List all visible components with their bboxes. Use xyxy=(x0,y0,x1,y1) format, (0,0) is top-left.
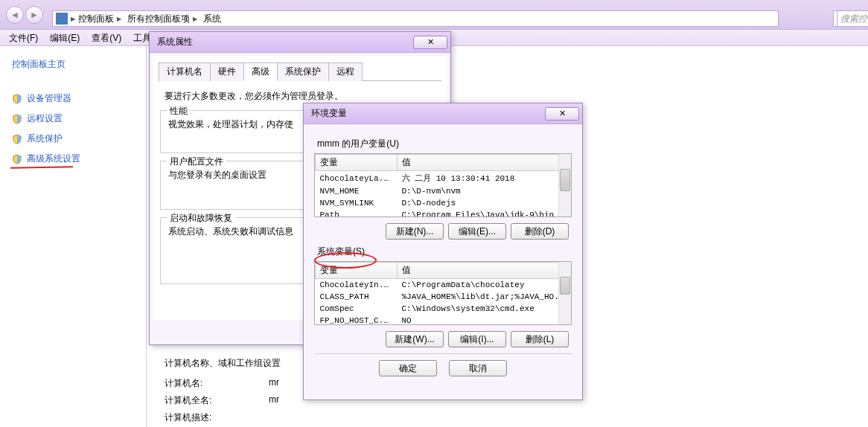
table-row[interactable]: NVM_SYMLINKD:\D-nodejs xyxy=(316,197,571,209)
system-vars-table[interactable]: 变量值 ChocolateyIn...C:\ProgramData\chocol… xyxy=(314,261,572,325)
close-button[interactable]: ✕ xyxy=(413,36,447,49)
explorer-titlebar: ◄ ► ▶ 控制面板▶ 所有控制面板项▶ 系统 ▾ ↻ 搜索控 xyxy=(0,0,868,30)
table-row[interactable]: CLASS_PATH%JAVA_HOME%\lib\dt.jar;%JAVA_H… xyxy=(316,291,571,303)
link-advanced-system-settings[interactable]: 高级系统设置 xyxy=(0,149,146,169)
tabstrip: 计算机名 硬件 高级 系统保护 远程 xyxy=(159,62,441,81)
shield-icon xyxy=(12,114,22,124)
cancel-button[interactable]: 取消 xyxy=(449,360,507,376)
col-variable[interactable]: 变量 xyxy=(316,263,398,279)
table-row[interactable]: ChocolateyLa...六 二月 10 13:30:41 2018 xyxy=(316,171,571,186)
delete-user-var-button[interactable]: 删除(D) xyxy=(511,223,569,240)
delete-system-var-button[interactable]: 删除(L) xyxy=(511,331,569,347)
panel-title[interactable]: 控制面板主页 xyxy=(0,54,146,78)
table-row[interactable]: FP_NO_HOST_C...NO xyxy=(316,315,571,325)
tab-system-protection[interactable]: 系统保护 xyxy=(277,62,329,81)
dialog-title-text: 环境变量 xyxy=(311,107,347,120)
breadcrumb-seg[interactable]: 系统 xyxy=(200,13,224,25)
info-label: 计算机名: xyxy=(165,377,269,390)
system-vars-label: 系统变量(S) xyxy=(317,245,569,258)
info-value: mr xyxy=(269,394,279,407)
col-value[interactable]: 值 xyxy=(398,155,571,171)
info-value: mr xyxy=(269,377,279,390)
tab-remote[interactable]: 远程 xyxy=(328,62,363,81)
ok-button[interactable]: 确定 xyxy=(379,360,437,376)
shield-icon xyxy=(12,94,22,104)
link-device-manager[interactable]: 设备管理器 xyxy=(0,89,146,109)
link-system-protection[interactable]: 系统保护 xyxy=(0,129,146,149)
col-value[interactable]: 值 xyxy=(398,263,571,279)
breadcrumb-seg[interactable]: 控制面板▶ xyxy=(75,13,124,25)
menu-edit[interactable]: 编辑(E) xyxy=(44,30,86,45)
info-label: 计算机全名: xyxy=(165,394,269,407)
menu-view[interactable]: 查看(V) xyxy=(86,30,127,45)
scrollbar[interactable] xyxy=(558,154,571,216)
nav-forward-button[interactable]: ► xyxy=(25,6,43,24)
edit-system-var-button[interactable]: 编辑(I)... xyxy=(448,331,506,347)
shield-icon xyxy=(12,134,22,144)
table-row[interactable]: ChocolateyIn...C:\ProgramData\chocolatey xyxy=(316,279,571,292)
table-row[interactable]: ComSpecC:\Windows\system32\cmd.exe xyxy=(316,303,571,315)
edit-user-var-button[interactable]: 编辑(E)... xyxy=(448,223,506,240)
environment-variables-dialog: 环境变量 ✕ mmm 的用户变量(U) 变量值 ChocolateyLa...六… xyxy=(303,103,583,400)
user-vars-label: mmm 的用户变量(U) xyxy=(317,138,569,150)
dialog-title-text: 系统属性 xyxy=(157,36,193,48)
dialog-titlebar[interactable]: 系统属性 ✕ xyxy=(150,32,450,53)
menu-file[interactable]: 文件(F) xyxy=(3,30,44,45)
search-input[interactable]: 搜索控 xyxy=(837,10,868,27)
nav-back-button[interactable]: ◄ xyxy=(6,6,24,24)
group-title: 性能 xyxy=(167,105,191,118)
col-variable[interactable]: 变量 xyxy=(316,155,398,171)
group-title: 启动和故障恢复 xyxy=(167,212,235,225)
new-user-var-button[interactable]: 新建(N)... xyxy=(386,223,444,240)
info-row: 计算机描述: xyxy=(165,411,850,424)
tab-hardware[interactable]: 硬件 xyxy=(210,62,244,81)
user-vars-table[interactable]: 变量值 ChocolateyLa...六 二月 10 13:30:41 2018… xyxy=(314,153,572,217)
new-system-var-button[interactable]: 新建(W)... xyxy=(386,331,444,347)
scrollbar[interactable] xyxy=(558,262,571,324)
left-panel: 控制面板主页 设备管理器 远程设置 系统保护 高级系统设置 xyxy=(0,46,147,427)
close-button[interactable]: ✕ xyxy=(545,107,579,121)
table-row[interactable]: PathC:\Program Files\Java\jdk-9\bin xyxy=(316,209,571,217)
breadcrumb-seg[interactable]: 所有控制面板项▶ xyxy=(124,13,200,25)
tab-advanced[interactable]: 高级 xyxy=(243,62,278,81)
tab-computer-name[interactable]: 计算机名 xyxy=(159,62,211,81)
breadcrumb[interactable]: ▶ 控制面板▶ 所有控制面板项▶ 系统 xyxy=(52,10,779,27)
intro-text: 要进行大多数更改，您必须作为管理员登录。 xyxy=(159,89,441,103)
control-panel-icon xyxy=(56,13,68,25)
annotation-underline xyxy=(10,166,73,168)
shield-icon xyxy=(12,154,22,164)
group-title: 用户配置文件 xyxy=(167,155,226,168)
link-remote-settings[interactable]: 远程设置 xyxy=(0,109,146,129)
dialog-titlebar[interactable]: 环境变量 ✕ xyxy=(304,103,582,124)
table-row[interactable]: NVM_HOMED:\D-nvm\nvm xyxy=(316,185,571,197)
info-label: 计算机描述: xyxy=(165,411,269,424)
